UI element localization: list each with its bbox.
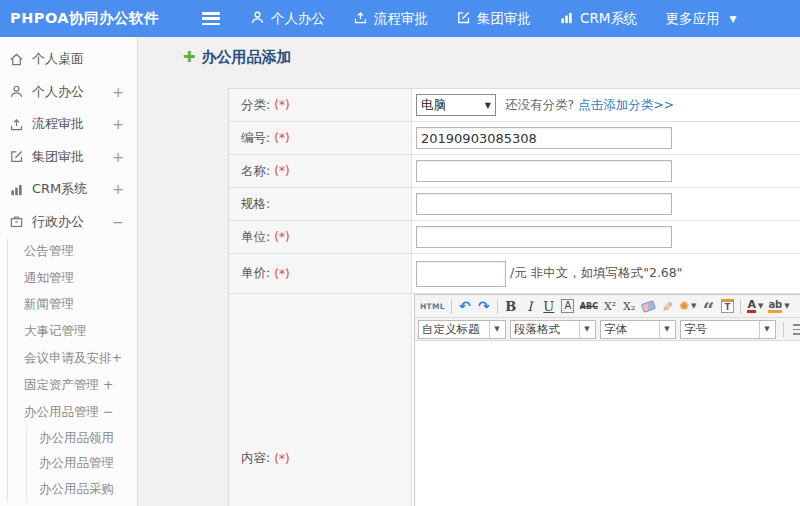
eraser-icon	[640, 300, 655, 313]
sidebar-item-admin-office[interactable]: 行政办公 −	[0, 206, 137, 239]
form-row-name: 名称:(*)	[229, 155, 800, 188]
main-content: ✚ 办公用品添加 分类:(*) 电脑 ▼ 还没有分类? 点击添加分类>>	[139, 37, 800, 506]
topbar: PHPOA协同办公软件 个人办公 流程审批 集团审批 CRM系统 更多应用 ▼	[0, 0, 800, 37]
sidebar-item-supplies-manage[interactable]: 办公用品管理	[27, 451, 137, 477]
collapse-minus-icon[interactable]: −	[112, 214, 124, 230]
user-icon	[250, 10, 265, 28]
align-left-icon	[793, 324, 800, 335]
italic-button[interactable]: I	[521, 297, 539, 316]
custom-heading-select[interactable]: 自定义标题▼	[418, 320, 506, 339]
select-arrow-icon: ▼	[485, 101, 491, 110]
font-family-select[interactable]: 字体▼	[600, 320, 676, 339]
sidebar: 个人桌面 个人办公 + 流程审批 + 集团审批 + CRM系统 + 行政办公 −	[0, 37, 138, 506]
sidebar-item-supplies-purchase[interactable]: 办公用品采购	[27, 477, 137, 503]
form-row-unit: 单位:(*)	[229, 221, 800, 254]
sidebar-item-events-mgmt[interactable]: 大事记管理	[8, 318, 137, 345]
undo-icon[interactable]: ↶	[456, 297, 474, 316]
hamburger-menu-icon[interactable]	[202, 12, 220, 25]
app-window: PHPOA协同办公软件 个人办公 流程审批 集团审批 CRM系统 更多应用 ▼	[0, 0, 800, 506]
category-select[interactable]: 电脑 ▼	[416, 94, 496, 116]
nav-more-apps[interactable]: 更多应用 ▼	[665, 10, 736, 28]
format-brush-button[interactable]: ✎	[658, 297, 677, 315]
sidebar-item-personal-desktop[interactable]: 个人桌面	[0, 43, 137, 76]
edit-icon	[456, 10, 471, 28]
sidebar-item-meeting-request[interactable]: 会议申请及安排+	[8, 345, 137, 372]
bar-chart-icon	[559, 10, 574, 28]
form-row-code: 编号:(*)	[229, 122, 800, 155]
edit-icon	[9, 149, 25, 165]
rich-text-editor: HTML ↶ ↷ B I U A ABC X² X₂	[414, 294, 800, 506]
code-input[interactable]	[416, 127, 672, 149]
unit-input[interactable]	[416, 226, 672, 248]
form-row-spec: 规格:	[229, 188, 800, 221]
add-category-link[interactable]: 点击添加分类>>	[578, 97, 674, 112]
app-logo: PHPOA协同办公软件	[10, 9, 160, 28]
upload-icon	[353, 10, 368, 28]
page-title: ✚ 办公用品添加	[183, 48, 292, 67]
auto-typeset-button[interactable]: ✺▼	[677, 297, 698, 316]
caret-down-icon: ▼	[729, 14, 736, 24]
office-supplies-submenu: 办公用品领用 办公用品管理 办公用品采购	[26, 426, 137, 503]
sidebar-item-group-approval[interactable]: 集团审批 +	[0, 141, 137, 174]
name-input[interactable]	[416, 160, 672, 182]
caret-down-icon: ▼	[758, 302, 763, 310]
underline-button[interactable]: U	[540, 297, 558, 316]
price-format-hint: /元 非中文，如填写格式"2.68"	[510, 265, 683, 282]
home-icon	[9, 51, 25, 67]
highlight-color-button[interactable]: ab▼	[766, 297, 791, 316]
html-source-button[interactable]: HTML	[418, 297, 447, 316]
caret-down-icon: ▼	[664, 325, 669, 333]
bar-chart-icon	[9, 181, 25, 197]
blockquote-button[interactable]: “	[699, 297, 717, 316]
sidebar-item-fixed-assets-mgmt[interactable]: 固定资产管理 +	[8, 372, 137, 399]
align-left-button[interactable]	[788, 320, 800, 339]
form-row-content: 内容:(*) HTML ↶ ↷ B I U A	[229, 294, 800, 506]
expand-plus-icon[interactable]: +	[112, 181, 124, 197]
spec-input[interactable]	[416, 193, 672, 215]
nav-workflow-approval[interactable]: 流程审批	[353, 10, 428, 28]
caret-down-icon: ▼	[691, 302, 696, 310]
caret-down-icon: ▼	[584, 325, 589, 333]
expand-plus-icon[interactable]: +	[112, 84, 124, 100]
expand-plus-icon[interactable]: +	[112, 116, 124, 132]
nav-group-approval[interactable]: 集团审批	[456, 10, 531, 28]
user-icon	[9, 84, 25, 100]
office-supply-form: 分类:(*) 电脑 ▼ 还没有分类? 点击添加分类>> 编号:(*)	[228, 88, 800, 506]
remove-format-button[interactable]	[639, 297, 657, 316]
top-nav: 个人办公 流程审批 集团审批 CRM系统 更多应用 ▼	[250, 10, 736, 28]
add-plus-icon: ✚	[183, 50, 196, 65]
expand-plus-icon[interactable]: +	[112, 149, 124, 165]
caret-down-icon: ▼	[764, 325, 769, 333]
superscript-button[interactable]: X²	[601, 297, 619, 316]
font-size-select[interactable]: 字号▼	[680, 320, 776, 339]
paragraph-format-select[interactable]: 段落格式▼	[510, 320, 596, 339]
sidebar-item-office-supplies-mgmt[interactable]: 办公用品管理 −	[8, 399, 137, 426]
upload-icon	[9, 116, 25, 132]
sidebar-item-supplies-claim[interactable]: 办公用品领用	[27, 426, 137, 452]
nav-crm-system[interactable]: CRM系统	[559, 10, 637, 28]
editor-content-area[interactable]	[415, 341, 800, 506]
caret-down-icon: ▼	[784, 302, 789, 310]
subscript-button[interactable]: X₂	[620, 297, 638, 316]
editor-toolbar-row2: 自定义标题▼ 段落格式▼ 字体▼ 字号▼	[415, 318, 800, 341]
form-row-category: 分类:(*) 电脑 ▼ 还没有分类? 点击添加分类>>	[229, 89, 800, 122]
caret-down-icon: ▼	[494, 325, 499, 333]
redo-icon[interactable]: ↷	[475, 297, 493, 316]
editor-toolbar-row1: HTML ↶ ↷ B I U A ABC X² X₂	[415, 295, 800, 318]
sidebar-item-crm-system[interactable]: CRM系统 +	[0, 173, 137, 206]
price-input[interactable]	[416, 261, 506, 287]
sidebar-item-news-mgmt[interactable]: 新闻管理	[8, 292, 137, 319]
paste-plain-text-button[interactable]: T	[718, 297, 736, 316]
bold-button[interactable]: B	[502, 297, 520, 316]
sidebar-item-notice-mgmt[interactable]: 通知管理	[8, 265, 137, 292]
briefcase-icon	[9, 214, 25, 230]
admin-office-submenu: 公告管理 通知管理 新闻管理 大事记管理 会议申请及安排+ 固定资产管理 + 办…	[7, 238, 137, 502]
font-style-button[interactable]: A	[561, 299, 574, 313]
strikethrough-button[interactable]: ABC	[578, 297, 600, 316]
sidebar-item-workflow-approval[interactable]: 流程审批 +	[0, 108, 137, 141]
nav-personal-office[interactable]: 个人办公	[250, 10, 325, 28]
sidebar-item-personal-office[interactable]: 个人办公 +	[0, 76, 137, 109]
font-color-button[interactable]: A▼	[745, 297, 765, 316]
sidebar-item-announcement-mgmt[interactable]: 公告管理	[8, 238, 137, 265]
form-row-price: 单价:(*) /元 非中文，如填写格式"2.68"	[229, 254, 800, 294]
